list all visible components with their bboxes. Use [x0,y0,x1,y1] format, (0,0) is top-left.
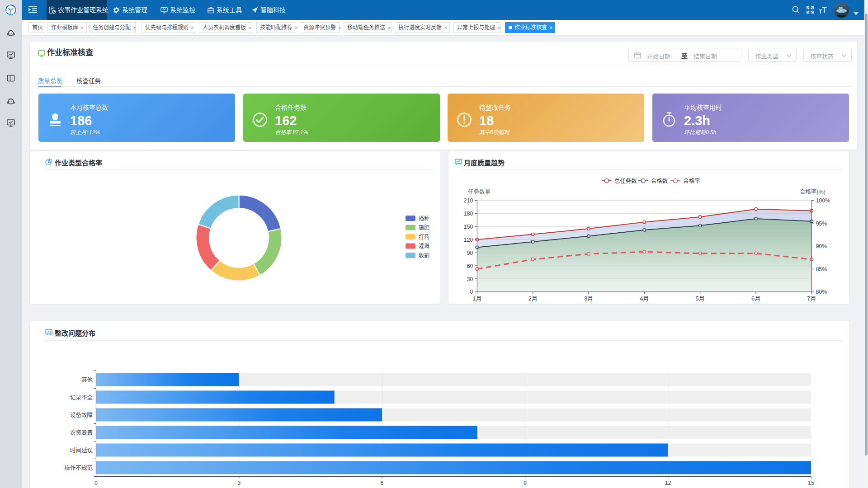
svg-text:180: 180 [463,211,473,217]
svg-text:100%: 100% [816,197,830,204]
svg-text:80%: 80% [816,289,827,295]
svg-text:时间延误: 时间延误 [70,447,93,454]
svg-text:2月: 2月 [528,295,538,302]
svg-text:任务数量: 任务数量 [468,188,491,195]
svg-text:7月: 7月 [807,295,816,302]
svg-text:打药: 打药 [419,234,429,240]
svg-text:15: 15 [808,480,814,486]
svg-text:95%: 95% [816,221,827,227]
svg-text:记录不全: 记录不全 [70,394,93,401]
svg-text:12: 12 [665,480,671,486]
svg-text:播种: 播种 [419,216,429,222]
svg-text:农资浪费: 农资浪费 [70,429,93,436]
svg-text:总任务数: 总任务数 [614,178,637,184]
svg-text:90: 90 [467,250,473,256]
svg-text:合格率(%): 合格率(%) [800,188,826,195]
svg-text:85%: 85% [816,266,827,272]
svg-text:60: 60 [467,263,473,269]
svg-text:灌溉: 灌溉 [419,243,429,249]
svg-text:合格率: 合格率 [683,178,700,184]
svg-text:合格数: 合格数 [651,178,668,184]
svg-text:120: 120 [463,237,473,243]
svg-text:设备故障: 设备故障 [70,412,93,418]
svg-text:6: 6 [381,480,384,486]
svg-text:0: 0 [94,480,98,486]
svg-text:150: 150 [463,224,473,230]
svg-text:210: 210 [463,197,473,204]
svg-text:施肥: 施肥 [419,225,429,231]
svg-text:3: 3 [237,480,241,486]
svg-text:4月: 4月 [640,295,649,302]
svg-text:30: 30 [467,276,473,282]
svg-text:6月: 6月 [751,295,760,302]
svg-text:90%: 90% [816,243,827,249]
svg-text:5月: 5月 [696,295,705,302]
svg-text:0: 0 [470,289,473,295]
svg-text:3月: 3月 [584,295,593,302]
svg-text:其他: 其他 [81,377,93,383]
svg-text:9: 9 [524,480,527,486]
svg-text:操作不规范: 操作不规范 [64,465,93,471]
svg-text:收割: 收割 [419,252,429,259]
svg-text:1月: 1月 [472,295,481,302]
